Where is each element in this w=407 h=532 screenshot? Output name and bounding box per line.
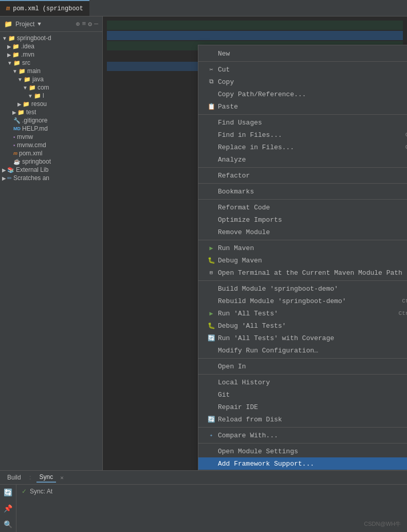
settings-icon[interactable]: ⚙	[88, 20, 92, 28]
paste-icon: 📋	[207, 103, 216, 111]
menu-item-remove-module[interactable]: Remove Module Delete	[198, 226, 407, 238]
tree-item-mvnw[interactable]: ▪ mvnw	[0, 133, 102, 141]
tree-item-mvnw-cmd[interactable]: ▪ mvnw.cmd	[0, 141, 102, 149]
menu-item-analyze[interactable]: Analyze ›	[198, 153, 407, 166]
copy-icon: ⧉	[207, 78, 216, 85]
pin-icon[interactable]: 📌	[2, 503, 14, 515]
tree-label: .mvn	[21, 51, 34, 58]
menu-item-debug-maven[interactable]: 🐛 Debug Maven ›	[198, 254, 407, 267]
menu-item-label: Cut	[218, 66, 407, 74]
menu-item-find-files[interactable]: Find in Files... Ctrl+Shift+F	[198, 129, 407, 141]
tree-item-java[interactable]: ▼ 📁 java	[0, 75, 102, 83]
tree-label: src	[22, 59, 30, 66]
menu-item-run-coverage[interactable]: 🔄 Run 'All Tests' with Coverage	[198, 332, 407, 344]
refresh-icon[interactable]: 🔄	[2, 487, 14, 499]
tree-item-idea[interactable]: ▶ 📁 .idea	[0, 42, 102, 50]
menu-item-cut[interactable]: ✂ Cut Ctrl+X	[198, 63, 407, 76]
menu-item-label: Copy Path/Reference...	[218, 91, 407, 98]
menu-item-add-framework[interactable]: Add Framework Support...	[198, 457, 407, 470]
menu-item-reload-disk[interactable]: 🔄 Reload from Disk	[198, 413, 407, 425]
tab-bar: m pom.xml (springboot	[0, 0, 407, 16]
menu-separator	[198, 374, 407, 375]
menu-item-label: Bookmarks	[218, 188, 407, 196]
menu-item-git[interactable]: Git ›	[198, 388, 407, 401]
tree-item-mvn[interactable]: ▶ 📁 .mvn	[0, 50, 102, 59]
menu-item-label: Reload from Disk	[218, 416, 407, 423]
tree-item-com[interactable]: ▼ 📁 com	[0, 83, 102, 92]
bottom-tab-build[interactable]: Build	[4, 473, 24, 482]
tree-item-springboot[interactable]: ▼ 📁 springboot-d	[0, 34, 102, 42]
terminal-icon: ⊞	[207, 270, 216, 276]
tree-item-test[interactable]: ▶ 📁 test	[0, 108, 102, 116]
menu-item-debug-tests[interactable]: 🐛 Debug 'All Tests'	[198, 320, 407, 332]
menu-item-modify-run[interactable]: Modify Run Configuration…	[198, 344, 407, 357]
project-tree: ▼ 📁 springboot-d ▶ 📁 .idea ▶ 📁 .mvn	[0, 32, 102, 470]
tree-item-src[interactable]: ▼ 📁 src	[0, 59, 102, 67]
menu-item-build-module[interactable]: Build Module 'springboot-demo'	[198, 282, 407, 295]
tree-item-help-md[interactable]: MD HELP.md	[0, 125, 102, 133]
menu-item-optimize[interactable]: Optimize Imports Ctrl+Alt+O	[198, 214, 407, 226]
menu-item-find-usages[interactable]: Find Usages Alt+F7	[198, 116, 407, 129]
menu-item-bookmarks[interactable]: Bookmarks ›	[198, 185, 407, 198]
tree-item-l[interactable]: ▼ 📁 l	[0, 92, 102, 100]
menu-item-label: Git	[218, 391, 407, 399]
tree-item-main[interactable]: ▼ 📁 main	[0, 67, 102, 75]
menu-separator	[198, 240, 407, 240]
tree-item-resources[interactable]: ▶ 📁 resou	[0, 100, 102, 108]
tree-item-gitignore[interactable]: 🔧 .gitignore	[0, 116, 102, 125]
menu-item-mark-directory[interactable]: Mark Directory as ›	[198, 470, 407, 470]
menu-separator	[198, 199, 407, 200]
menu-item-refactor[interactable]: Refactor ›	[198, 169, 407, 182]
menu-item-paste[interactable]: 📋 Paste Ctrl+V	[198, 100, 407, 113]
menu-item-repair-ide[interactable]: Repair IDE	[198, 401, 407, 413]
menu-item-label: Open Terminal at the Current Maven Modul…	[218, 269, 407, 277]
search-bottom-icon[interactable]: 🔍	[2, 519, 14, 530]
menu-item-rebuild-module[interactable]: Rebuild Module 'springboot-demo' Ctrl+Sh…	[198, 295, 407, 307]
menu-item-reformat[interactable]: Reformat Code Ctrl+Alt+L	[198, 201, 407, 214]
tree-label: com	[38, 84, 49, 91]
menu-item-open-terminal[interactable]: ⊞ Open Terminal at the Current Maven Mod…	[198, 267, 407, 279]
menu-item-run-tests[interactable]: ▶ Run 'All Tests' Ctrl+Shift+F10	[198, 307, 407, 320]
file-type-icon-m: m	[6, 5, 10, 12]
bottom-tab-sync[interactable]: Sync	[36, 472, 57, 483]
tree-item-external-lib[interactable]: ▶ 📚 External Lib	[0, 166, 102, 174]
locate-icon[interactable]: ⊕	[76, 20, 80, 28]
list-icon[interactable]: ≡	[82, 20, 86, 28]
tree-item-pom-xml[interactable]: m pom.xml	[0, 149, 102, 157]
shortcut-label: Ctrl+Shift+F10	[388, 310, 407, 316]
tree-label: test	[26, 109, 36, 116]
menu-item-label: Paste	[218, 103, 407, 111]
shortcut-label: Ctrl+Shift+F	[395, 132, 407, 138]
ide-container: m pom.xml (springboot 📁 Project ▼ ⊕ ≡ ⚙ …	[0, 0, 407, 532]
menu-item-copy-path[interactable]: Copy Path/Reference...	[198, 88, 407, 100]
menu-item-open-in[interactable]: Open In ›	[198, 360, 407, 373]
dropdown-arrow-icon: ▼	[38, 21, 41, 27]
close-tab-icon[interactable]: ✕	[60, 474, 64, 481]
menu-item-new[interactable]: New ›	[198, 47, 407, 60]
bottom-tab-sync-label: Sync	[40, 473, 53, 481]
menu-item-run-maven[interactable]: ▶ Run Maven ›	[198, 242, 407, 254]
menu-item-label: Run 'All Tests'	[218, 310, 388, 317]
menu-item-label: Add Framework Support...	[218, 460, 407, 468]
tree-item-springboot-class[interactable]: ☕ springboot	[0, 157, 102, 166]
sync-text: Sync: At	[30, 488, 52, 495]
shortcut-label: Ctrl+Alt+L	[402, 204, 407, 210]
menu-item-local-history[interactable]: Local History ›	[198, 376, 407, 388]
bottom-panel-header: Build : Sync ✕	[0, 471, 407, 485]
menu-item-replace-files[interactable]: Replace in Files... Ctrl+Shift+R	[198, 141, 407, 153]
shortcut-label: Ctrl+Shift+R	[395, 144, 407, 150]
bottom-tab-build-label: Build	[7, 474, 21, 481]
minimize-icon[interactable]: —	[94, 20, 98, 28]
menu-item-label: Run 'All Tests' with Coverage	[218, 334, 407, 342]
context-menu: New › ✂ Cut Ctrl+X ⧉ Copy Ctrl+C	[198, 45, 407, 470]
menu-separator	[198, 61, 407, 62]
tree-item-scratches[interactable]: ▶ ✏ Scratches an	[0, 174, 102, 182]
tab-pom-xml[interactable]: m pom.xml (springboot	[0, 0, 89, 16]
editor-area-wrapper: New › ✂ Cut Ctrl+X ⧉ Copy Ctrl+C	[103, 16, 407, 470]
menu-item-compare-with[interactable]: ✦ Compare With... Ctrl+D	[198, 429, 407, 441]
menu-item-open-module-settings[interactable]: Open Module Settings F4	[198, 445, 407, 457]
menu-item-label: Find Usages	[218, 119, 407, 127]
tree-label: java	[32, 76, 44, 83]
menu-item-copy[interactable]: ⧉ Copy Ctrl+C	[198, 76, 407, 88]
menu-separator	[198, 114, 407, 115]
